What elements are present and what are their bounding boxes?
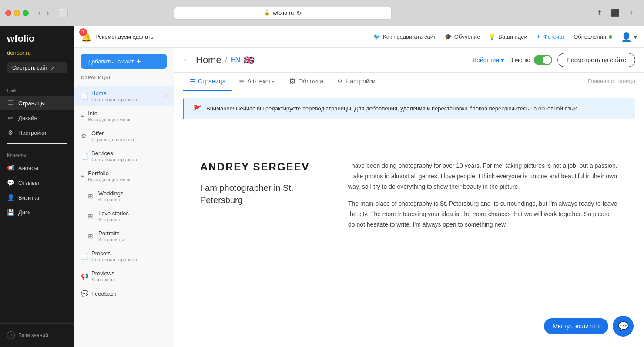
sidebar-item-settings[interactable]: ⚙ Настройки	[0, 125, 74, 140]
forward-nav-button[interactable]: ›	[44, 7, 51, 19]
minimize-button[interactable]	[14, 10, 20, 16]
reviews-label: Отзывы	[18, 180, 39, 186]
photographer-tagline: I am photographer in St. Petersburg	[200, 182, 322, 206]
fullscreen-button[interactable]: ⬛	[607, 7, 623, 19]
ideas-link[interactable]: 💡 Ваши идеи	[489, 33, 527, 40]
pages-panel-title: СТРАНИЦЫ	[81, 75, 167, 80]
sidebar-item-announcements[interactable]: 📢 Анонсы	[0, 160, 74, 175]
updates-link[interactable]: Обновления	[574, 33, 612, 40]
actions-dropdown-button[interactable]: Действия ▾	[473, 57, 504, 63]
share-button[interactable]: ⬆	[593, 7, 606, 19]
notification-area[interactable]: 🔔 1 Рекомендуем сделать	[81, 32, 154, 42]
editor-header: ← Home / EN 🇬🇧 Действия ▾ В меню	[174, 48, 644, 73]
page-item-love-stories[interactable]: ⊞ Love stories 6 страниц	[74, 206, 174, 226]
back-nav-button[interactable]: ‹	[36, 7, 43, 19]
address-bar: 🔒 wfolio.ru ↻	[174, 7, 392, 20]
browser-chrome: ‹ › ⬜ 🔒 wfolio.ru ↻ ⬆ ⬛ ＋	[0, 0, 644, 26]
knowledge-base-item[interactable]: ? База знаний	[7, 329, 67, 342]
chevron-down-icon: ▾	[501, 57, 504, 63]
promote-link[interactable]: 🐦 Как продвигать сайт	[373, 33, 436, 40]
tab-alt-texts[interactable]: ✏ Alt-тексты	[232, 73, 282, 91]
actions-label: Действия	[473, 57, 499, 63]
tab-cover[interactable]: 🖼 Обложка	[282, 73, 330, 91]
reload-button[interactable]: ↻	[296, 10, 302, 17]
page-group-info-content: Info Выпадающее меню	[88, 110, 168, 122]
design-label: Дизайн	[18, 115, 37, 121]
back-button[interactable]: ←	[183, 56, 191, 65]
breadcrumb: Главная страница	[588, 73, 635, 91]
page-item-previews[interactable]: 📢 Previews 6 анонсов	[74, 266, 174, 286]
sidebar-item-disk[interactable]: 💾 Диск	[0, 205, 74, 220]
user-menu[interactable]: 👤 ▾	[621, 32, 637, 42]
page-tab-icon: ☰	[190, 78, 195, 85]
page-icon-portraits: ⊞	[88, 233, 95, 240]
disk-label: Диск	[18, 209, 30, 216]
sidebar-item-design[interactable]: ✏ Дизайн	[0, 110, 74, 125]
page-group-info[interactable]: ≡ Info Выпадающее меню	[74, 106, 174, 126]
page-name-weddings: Weddings	[98, 190, 168, 197]
in-menu-label: В меню	[509, 57, 530, 63]
page-item-feedback[interactable]: 💬 Feedback	[74, 286, 174, 301]
sidebar-item-reviews[interactable]: 💬 Отзывы	[0, 175, 74, 190]
pages-header: Добавить на сайт + СТРАНИЦЫ	[74, 48, 174, 86]
lock-icon: 🔒	[264, 10, 270, 16]
page-item-feedback-content: Feedback	[91, 290, 168, 297]
main-area: Добавить на сайт + СТРАНИЦЫ 📄 Home Соста…	[74, 48, 644, 347]
new-tab-button[interactable]: ＋	[625, 7, 639, 19]
chat-icon-button[interactable]: 💬	[613, 316, 634, 337]
maximize-button[interactable]	[23, 10, 29, 16]
sidebar-item-pages[interactable]: ☰ Страницы	[0, 96, 74, 110]
view-site-button[interactable]: Посмотреть на сайте	[557, 53, 635, 67]
topbar: 🔔 1 Рекомендуем сделать 🐦 Как продвигать…	[74, 26, 644, 48]
page-sub-love-stories: 6 страниц	[98, 217, 168, 222]
sidebar-item-business-card[interactable]: 👤 Визитка	[0, 190, 74, 205]
page-sub-services: Составная страница	[91, 157, 168, 162]
page-group-portfolio[interactable]: ≡ Portfolio Выпадающее меню	[74, 166, 174, 186]
content-left: ANDREY SERGEEV I am photographer in St. …	[200, 161, 322, 237]
business-card-icon: 👤	[7, 194, 14, 201]
content-right: I have been doing photography for over 1…	[348, 161, 618, 237]
view-site-button[interactable]: Смотреть сайт ↗	[7, 62, 67, 73]
sidebar-bottom: ? База знаний	[0, 323, 74, 347]
tab-page[interactable]: ☰ Страница	[183, 73, 232, 91]
notification-bell-icon: 🔔 1	[81, 32, 92, 42]
close-button[interactable]	[5, 10, 11, 16]
page-item-offer[interactable]: ⚙ Offer Страница-заставка	[74, 126, 174, 146]
tab-settings[interactable]: ⚙ Настройки	[330, 73, 382, 91]
layout-button[interactable]: ⬜	[55, 7, 72, 20]
clients-section-label: Клиенты	[0, 147, 74, 160]
page-item-presets[interactable]: 📄 Presets Составная страница	[74, 246, 174, 266]
learn-link[interactable]: 🎓 Обучение	[445, 33, 480, 40]
chat-text-button[interactable]: Мы тут, если что	[544, 318, 608, 334]
language-tag[interactable]: EN	[231, 56, 240, 64]
ideas-icon: 💡	[489, 33, 496, 40]
view-site-section: Смотреть сайт ↗	[0, 60, 74, 79]
page-item-home[interactable]: 📄 Home Составная страница ⌂	[74, 86, 174, 106]
divider	[7, 79, 67, 79]
add-to-site-button[interactable]: Добавить на сайт +	[81, 54, 167, 69]
alert-text: Внимание! Сейчас вы редактируете перевод…	[206, 104, 578, 113]
page-icon-weddings: ⊞	[88, 193, 95, 200]
pages-icon: ☰	[7, 100, 14, 107]
plus-icon: +	[137, 57, 141, 65]
page-item-services-content: Services Составная страница	[91, 150, 168, 162]
add-to-site-label: Добавить на сайт	[88, 58, 134, 65]
menu-toggle[interactable]	[534, 55, 552, 65]
announcements-icon: 📢	[7, 164, 14, 171]
graduation-icon: 🎓	[445, 33, 452, 40]
page-item-services[interactable]: 📄 Services Составная страница	[74, 146, 174, 166]
divider2	[7, 143, 67, 144]
page-item-weddings[interactable]: ⊞ Weddings 6 страниц	[74, 186, 174, 206]
knowledge-base-icon: ?	[7, 331, 15, 339]
url-text: wfolio.ru	[273, 10, 294, 16]
design-icon: ✏	[7, 114, 14, 121]
settings-label: Настройки	[18, 130, 46, 136]
page-sub-previews: 6 анонсов	[91, 277, 168, 282]
float-buttons: Мы тут, если что 💬	[544, 316, 634, 337]
domain-link[interactable]: doribor.ru	[0, 48, 74, 60]
fotochat-link[interactable]: ✈ Фоточат	[536, 33, 565, 40]
page-sub-home: Составная страница	[91, 97, 165, 102]
page-icon-home: 📄	[81, 93, 88, 100]
chat-bubble-icon: 💬	[618, 321, 629, 331]
page-item-portraits[interactable]: ⊞ Portraits 3 страницы	[74, 226, 174, 246]
